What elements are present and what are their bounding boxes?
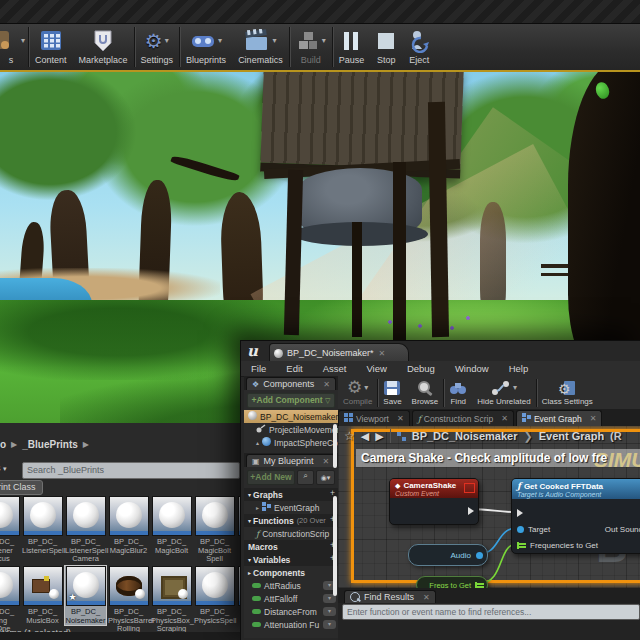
- add-component-button[interactable]: +Add Component ▽: [247, 393, 335, 408]
- save-button[interactable]: Save: [378, 379, 406, 406]
- asset-tile-bp-dc-musicbox[interactable]: BP_DC_MusicBox: [22, 566, 63, 625]
- function-icon: ƒ: [517, 481, 521, 491]
- find-button[interactable]: Find: [444, 379, 472, 406]
- find-results-tab[interactable]: Find Results ✕: [344, 590, 436, 603]
- asset-tile-bp-dc-listenerspellcamera[interactable]: BP_DC_ListenerSpellCamera: [65, 496, 106, 564]
- asset-tile-bp-dc-noisemaker[interactable]: ★BP_DC_Noisemaker: [65, 566, 106, 625]
- menu-debug[interactable]: Debug: [397, 363, 445, 374]
- marketplace-button[interactable]: Marketplace: [73, 24, 134, 73]
- mb-row-components[interactable]: ▸Components: [244, 566, 338, 579]
- components-scrollbar[interactable]: [333, 424, 337, 468]
- cinematics-button[interactable]: ▾Cinematics: [232, 24, 289, 73]
- mb-row-attfalloff[interactable]: AttFalloff▾: [244, 592, 338, 605]
- menu-asset[interactable]: Asset: [313, 363, 357, 374]
- mb-row-distancefrom[interactable]: DistanceFrom▾: [244, 605, 338, 618]
- eye-closed-icon[interactable]: ▾: [323, 620, 336, 629]
- node-freqs-variable[interactable]: Freqs to Get: [416, 576, 488, 588]
- menu-help[interactable]: Help: [499, 363, 539, 374]
- components-panel-tab[interactable]: ❖Components✕: [246, 377, 336, 390]
- unreal-logo-icon: u: [247, 342, 258, 360]
- component-row-projectilemovemen[interactable]: ProjectileMovemen: [244, 423, 338, 436]
- eject-button[interactable]: Eject: [402, 24, 436, 73]
- target-pin[interactable]: [517, 526, 524, 533]
- nav-forward-icon[interactable]: ▶: [375, 430, 383, 443]
- asset-tile-bp-dc-physicsbarrelrolling[interactable]: BP_DC_PhysicsBarrelRolling: [108, 566, 149, 634]
- mb-row-functions[interactable]: ▾Functions(20 Over+: [244, 514, 338, 527]
- component-row-bpdcnoisemakers[interactable]: BP_DC_Noisemaker(s: [244, 410, 338, 423]
- mb-row-variables[interactable]: ▾Variables+: [244, 553, 338, 566]
- asset-tile-bp-dc-magicboltspell[interactable]: BP_DC_MagicBoltSpell: [194, 496, 235, 564]
- tab-event-graph[interactable]: Event Graph✕: [516, 410, 602, 426]
- build-button[interactable]: ▾Build: [290, 24, 332, 73]
- mb-row-attradius[interactable]: AttRadius▾: [244, 579, 338, 592]
- node-camerashake[interactable]: ◆ CameraShake Custom Event: [389, 478, 479, 525]
- visibility-eye-icon[interactable]: ◉▾: [316, 470, 335, 485]
- exec-in-pin[interactable]: [517, 509, 523, 517]
- node-get-cooked-fftdata[interactable]: ƒ Get Cooked FFTData Target is Audio Com…: [511, 478, 640, 554]
- close-icon[interactable]: ✕: [397, 414, 404, 423]
- asset-tile-bp-dc-physicsbox-scraping[interactable]: BP_DC_PhysicsBox_Scraping: [151, 566, 192, 634]
- close-icon[interactable]: ✕: [590, 414, 597, 423]
- compile-button[interactable]: ⚙▾Compile: [338, 379, 377, 406]
- menu-file[interactable]: File: [241, 363, 276, 374]
- mb-row-constructionscrip[interactable]: ƒConstructionScrip: [244, 527, 338, 540]
- mb-row-macros[interactable]: Macros+: [244, 540, 338, 553]
- bookmark-star-icon[interactable]: ☆: [344, 429, 355, 443]
- close-icon[interactable]: ✕: [379, 349, 386, 358]
- tab-viewport[interactable]: Viewport✕: [338, 410, 410, 426]
- s-button[interactable]: ▾s: [0, 24, 28, 73]
- asset-grid: BP_DC_ListenerFocusBP_DC_ListenerSpellBP…: [0, 494, 252, 628]
- my-blueprint-panel-tab[interactable]: ▣My Blueprint✕: [246, 454, 335, 467]
- breadcrumb-current-folder[interactable]: _BluePrints: [22, 439, 78, 450]
- close-icon[interactable]: ✕: [323, 457, 330, 466]
- mb-row-attenuationfu[interactable]: Attenuation Fu▾: [244, 618, 338, 631]
- hide-unrelated-button[interactable]: ▾Hide Unrelated: [472, 379, 535, 406]
- frequencies-pin[interactable]: [517, 542, 526, 549]
- find-input[interactable]: Enter function or event name to find ref…: [342, 604, 640, 620]
- search-input[interactable]: Search _BluePrints: [22, 462, 240, 479]
- menu-edit[interactable]: Edit: [276, 363, 312, 374]
- content-button[interactable]: Content: [29, 24, 73, 73]
- audio-out-pin[interactable]: [476, 552, 483, 559]
- settings-button[interactable]: ⚙▾Settings: [135, 24, 180, 73]
- asset-tile-bp-dc-listenerfocus[interactable]: BP_DC_ListenerFocus: [0, 496, 20, 564]
- eye-closed-icon[interactable]: ▾: [323, 607, 336, 616]
- browse-button[interactable]: Browse: [407, 379, 444, 406]
- close-icon[interactable]: ✕: [501, 414, 508, 423]
- add-new-button[interactable]: +Add New ▽: [247, 470, 295, 485]
- breadcrumb-graph[interactable]: Event Graph: [539, 430, 604, 442]
- event-graph-canvas[interactable]: SIMULATING B Camera Shake - Check amplit…: [338, 426, 640, 588]
- asset-tile-bp-dc-listenerspell[interactable]: BP_DC_ListenerSpell: [22, 496, 63, 555]
- pin-label: Target: [528, 525, 550, 534]
- menu-view[interactable]: View: [356, 363, 396, 374]
- filter-chip-blueprint-class[interactable]: Blueprint Class: [0, 480, 43, 495]
- asset-tile-bp-dc-wingls-one[interactable]: BP_DC_wingls One: [0, 566, 20, 634]
- bp-document-tab[interactable]: BP_DC_Noisemaker* ✕: [269, 343, 409, 362]
- stop-button[interactable]: Stop: [370, 24, 402, 73]
- breadcrumb-prev-folder[interactable]: o: [0, 439, 6, 450]
- breadcrumb-blueprint[interactable]: BP_DC_Noisemaker: [412, 430, 518, 442]
- event-flag-icon[interactable]: [464, 483, 475, 493]
- close-icon[interactable]: ✕: [323, 380, 330, 389]
- tab-construction-scrip[interactable]: ƒConstruction Scrip✕: [412, 410, 514, 426]
- filters-button[interactable]: Filters ▾: [0, 463, 7, 473]
- main-window-titlebar[interactable]: [0, 0, 640, 24]
- asset-tile-bp-dc-magicbolt[interactable]: BP_DC_MagicBolt: [151, 496, 192, 555]
- nav-back-icon[interactable]: ◀: [361, 430, 369, 443]
- mb-row-graphs[interactable]: ▾Graphs+: [244, 488, 338, 501]
- blueprints-button[interactable]: ▾Blueprints: [180, 24, 232, 73]
- component-row-impactspherecolli[interactable]: ▴ImpactSphereColli: [244, 436, 338, 449]
- exec-out-pin[interactable]: [468, 507, 474, 515]
- asset-thumbnail: [109, 566, 149, 606]
- pause-button[interactable]: Pause: [333, 24, 371, 73]
- asset-tile-bp-dc-magicblur2[interactable]: BP_DC_MagicBlur2: [108, 496, 149, 555]
- search-icon[interactable]: ⌕: [297, 470, 314, 485]
- my-blueprint-scrollbar[interactable]: [333, 496, 337, 596]
- menu-window[interactable]: Window: [445, 363, 499, 374]
- mb-row-eventgraph[interactable]: ▸EventGraph: [244, 501, 338, 514]
- class-settings-button[interactable]: ⚙Class Settings: [537, 379, 598, 406]
- close-icon[interactable]: ✕: [423, 593, 430, 602]
- asset-tile-bp-dc-physicsspell[interactable]: BP_DC_PhysicsSpell: [194, 566, 235, 625]
- build-icon: ▾: [296, 27, 326, 54]
- node-audio-variable[interactable]: Audio: [408, 544, 488, 566]
